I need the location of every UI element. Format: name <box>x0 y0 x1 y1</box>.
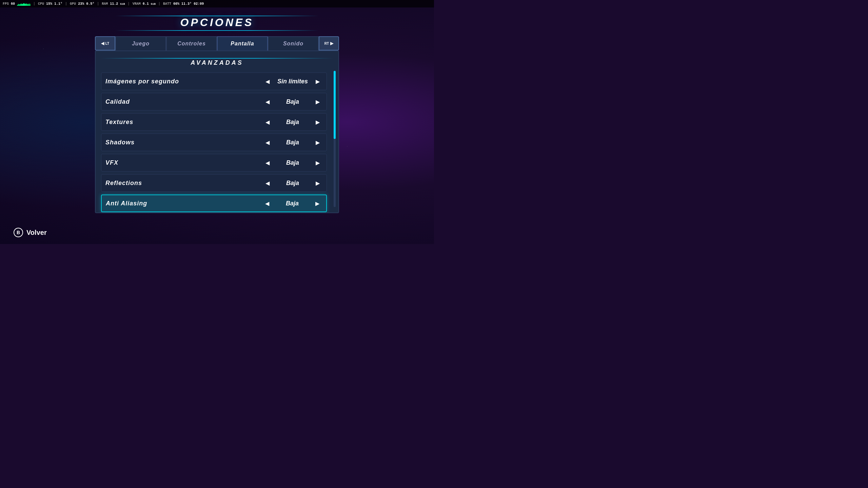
setting-value-shadows: Baja <box>272 139 313 146</box>
setting-label-shadows: Shadows <box>105 139 263 146</box>
lt-arrow-icon <box>101 41 104 46</box>
clock: 02:09 <box>194 2 204 6</box>
tab-pantalla[interactable]: Pantalla <box>217 36 268 50</box>
batt-pct: 60% <box>173 2 179 6</box>
rt-button[interactable]: RT <box>319 36 339 50</box>
ram-value: 11.2 <box>110 2 118 6</box>
setting-label-vfx: VFX <box>105 159 263 166</box>
vfx-arrow-left[interactable] <box>263 160 272 166</box>
back-label: Volver <box>26 229 47 237</box>
rt-label: RT <box>324 42 329 45</box>
vram-unit: GiB <box>151 2 156 5</box>
gpu-pct: 23% <box>78 2 84 6</box>
section-line-top <box>101 58 333 59</box>
vfx-arrow-right[interactable] <box>313 160 322 166</box>
tab-juego[interactable]: Juego <box>115 36 166 50</box>
back-icon: B <box>14 228 23 237</box>
gpu-temp: 0.5° <box>86 2 94 6</box>
setting-row-vfx[interactable]: VFX Baja <box>101 154 327 171</box>
scrollbar-thumb[interactable] <box>334 71 336 139</box>
section-title: AVANZADAS <box>101 59 333 66</box>
setting-label-antialiasing: Anti Aliasing <box>106 200 262 207</box>
title-line-top <box>115 16 319 16</box>
setting-label-fps: Imágenes por segundo <box>105 78 263 85</box>
shadows-arrow-right[interactable] <box>313 139 322 146</box>
cpu-pct: 15% <box>46 2 52 6</box>
page-title-container: OPCIONES <box>115 14 319 31</box>
calidad-arrow-left[interactable] <box>263 99 272 105</box>
batt-watts: 11.3° <box>181 2 192 6</box>
settings-panel: AVANZADAS Imágenes por segundo Sin límit… <box>95 50 339 213</box>
fps-graph <box>17 2 31 6</box>
lt-button[interactable]: LT <box>95 36 115 50</box>
page-title: OPCIONES <box>115 16 319 29</box>
tab-controles[interactable]: Controles <box>166 36 217 50</box>
setting-value-textures: Baja <box>272 119 313 126</box>
setting-value-vfx: Baja <box>272 159 313 166</box>
hud-bar: FPS 60 | CPU 15% 1.1° | GPU 23% 0.5° | R… <box>0 0 434 7</box>
fps-arrow-left[interactable] <box>263 78 272 85</box>
setting-label-calidad: Calidad <box>105 98 263 105</box>
setting-value-calidad: Baja <box>272 98 313 105</box>
vram-value: 6.1 <box>143 2 149 6</box>
setting-label-reflections: Reflections <box>105 180 263 187</box>
back-button[interactable]: B Volver <box>14 228 47 237</box>
tab-sonido[interactable]: Sonido <box>268 36 319 50</box>
ram-label: RAM <box>102 2 108 6</box>
title-line-bottom <box>115 30 319 31</box>
setting-value-fps: Sin límites <box>272 78 313 85</box>
main-container: OPCIONES LT Juego Controles Pantalla Son… <box>0 7 434 244</box>
tab-navigation: LT Juego Controles Pantalla Sonido RT <box>95 36 339 50</box>
gpu-label: GPU <box>70 2 76 6</box>
setting-label-textures: Textures <box>105 119 263 126</box>
ram-unit: GiB <box>120 2 125 5</box>
scrollbar-track[interactable] <box>334 71 336 207</box>
setting-value-antialiasing: Baja <box>272 200 313 207</box>
textures-arrow-right[interactable] <box>313 119 322 125</box>
fps-label: FPS <box>3 2 9 6</box>
vram-label: VRAM <box>133 2 141 6</box>
lt-label: LT <box>105 42 109 45</box>
setting-row-fps[interactable]: Imágenes por segundo Sin límites <box>101 73 327 90</box>
setting-row-textures[interactable]: Textures Baja <box>101 113 327 131</box>
antialiasing-arrow-right[interactable] <box>313 200 322 207</box>
cpu-temp: 1.1° <box>54 2 62 6</box>
cpu-label: CPU <box>38 2 44 6</box>
rt-arrow-icon <box>330 41 333 46</box>
setting-row-calidad[interactable]: Calidad Baja <box>101 93 327 110</box>
batt-label: BATT <box>163 2 171 6</box>
setting-row-reflections[interactable]: Reflections Baja <box>101 174 327 192</box>
setting-value-reflections: Baja <box>272 180 313 187</box>
shadows-arrow-left[interactable] <box>263 139 272 146</box>
reflections-arrow-right[interactable] <box>313 180 322 186</box>
fps-arrow-right[interactable] <box>313 78 322 85</box>
calidad-arrow-right[interactable] <box>313 99 322 105</box>
textures-arrow-left[interactable] <box>263 119 272 125</box>
setting-row-antialiasing[interactable]: Anti Aliasing Baja <box>101 195 327 212</box>
setting-row-shadows[interactable]: Shadows Baja <box>101 134 327 151</box>
antialiasing-arrow-left[interactable] <box>262 200 272 207</box>
reflections-arrow-left[interactable] <box>263 180 272 186</box>
fps-value: 60 <box>11 2 15 6</box>
settings-list: Imágenes por segundo Sin límites Calidad… <box>101 73 333 212</box>
